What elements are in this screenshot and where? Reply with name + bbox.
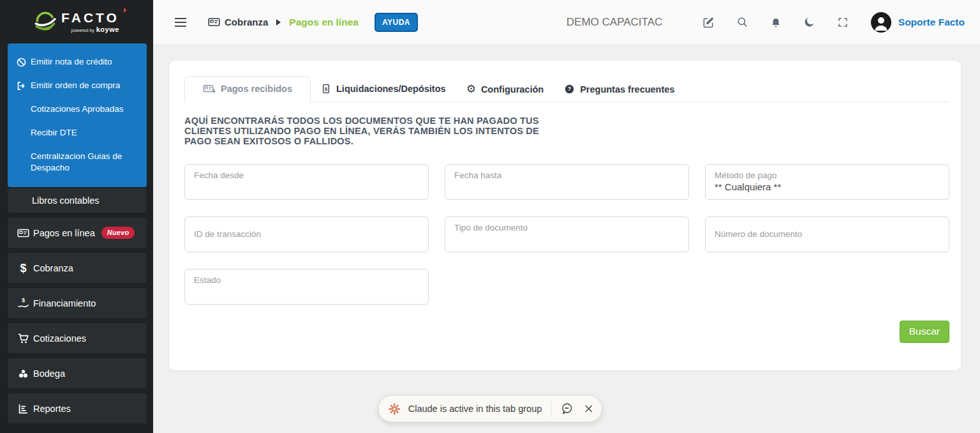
powered-by: powered bykoywe <box>71 26 119 33</box>
numero-documento-field[interactable]: Número de documento <box>705 216 949 252</box>
ban-icon <box>16 57 27 68</box>
top-header: Cobranza Pagos en línea AYUDA DEMO CAPAC… <box>153 0 980 45</box>
claude-toast: Claude is active in this tab group <box>378 395 602 422</box>
file-invoice-icon: $ <box>321 83 331 95</box>
user-name[interactable]: Soporte Facto <box>898 17 965 28</box>
sidebar: FACTO powered bykoywe Emitir nota de cré… <box>0 0 153 433</box>
sidebar-item-cotizaciones-aprobadas[interactable]: Cotizaciones Aprobadas <box>8 98 143 120</box>
sidebar-item-label: Cotizaciones Aprobadas <box>31 104 124 114</box>
chart-icon <box>17 402 29 414</box>
toast-message: Claude is active in this tab group <box>408 404 542 414</box>
metodo-pago-select[interactable]: Método de pago ** Cualquiera ** <box>705 164 949 200</box>
sidebar-item-recibir-dte[interactable]: Recibir DTE <box>8 122 143 144</box>
fecha-desde-field[interactable]: Fecha desde <box>184 164 429 200</box>
dollar-icon: $ <box>17 262 29 274</box>
sidebar-item-label: Pagos en línea <box>33 228 95 238</box>
nuevo-badge: Nuevo <box>101 227 135 239</box>
breadcrumb: Cobranza Pagos en línea AYUDA <box>208 13 418 32</box>
tab-preguntas-frecuentes[interactable]: ? Preguntas frecuentes <box>554 78 685 102</box>
sidebar-item-cotizaciones[interactable]: Cotizaciones <box>8 323 147 353</box>
sidebar-item-centralizacion-guias[interactable]: Centralizacion Guias de Despacho <box>8 146 143 179</box>
content-column: Cobranza Pagos en línea AYUDA DEMO CAPAC… <box>153 0 980 433</box>
money-check-arrow-icon <box>203 83 216 95</box>
sidebar-item-libros-contables[interactable]: Libros contables <box>8 188 147 213</box>
app-root: FACTO powered bykoywe Emitir nota de cré… <box>0 0 980 433</box>
tipo-documento-field[interactable]: Tipo de documento <box>445 216 689 252</box>
search-icon[interactable] <box>736 16 748 28</box>
claude-starburst-icon <box>388 402 401 416</box>
question-circle-icon: ? <box>564 84 575 95</box>
app-logo[interactable]: FACTO powered bykoywe <box>0 0 153 43</box>
tab-configuracion[interactable]: ⚙ Configuración <box>456 78 554 102</box>
chat-bubble-icon[interactable] <box>558 400 575 417</box>
buscar-button[interactable]: Buscar <box>900 321 949 343</box>
tab-pagos-recibidos[interactable]: Pagos recibidos <box>184 76 311 102</box>
toast-divider <box>551 401 551 416</box>
sidebar-item-label: Emitir nota de crédito <box>31 57 112 66</box>
sidebar-item-label: Centralizacion Guias de Despacho <box>31 151 122 172</box>
form-actions: Buscar <box>184 321 949 343</box>
avatar[interactable] <box>870 11 892 33</box>
sidebar-item-financiamiento[interactable]: $ Financiamiento <box>8 288 147 318</box>
svg-text:$: $ <box>22 297 25 303</box>
fecha-hasta-field[interactable]: Fecha hasta <box>445 164 689 200</box>
facto-globe-icon <box>34 10 57 33</box>
hand-dollar-icon: $ <box>17 297 29 309</box>
sidebar-item-label: Cotizaciones <box>33 333 86 344</box>
metodo-pago-value: ** Cualquiera ** <box>715 181 940 192</box>
logo-arrow-icon <box>119 7 127 15</box>
tab-liquidaciones-depositos[interactable]: $ Liquidaciones/Depósitos <box>311 77 456 102</box>
sidebar-item-label: Emitir orden de compra <box>31 80 120 90</box>
sidebar-item-reportes[interactable]: Reportes <box>8 393 147 423</box>
cart-icon <box>17 332 29 344</box>
close-icon[interactable] <box>582 402 595 415</box>
svg-text:?: ? <box>568 86 571 92</box>
sidebar-item-pagos-en-linea[interactable]: Pagos en línea Nuevo <box>8 218 147 248</box>
brand-name: FACTO <box>61 11 119 24</box>
sign-out-icon <box>16 80 27 91</box>
sidebar-item-bodega[interactable]: Bodega <box>8 358 147 388</box>
sidebar-submenu: Emitir nota de crédito Emitir orden de c… <box>8 43 147 187</box>
moon-icon[interactable] <box>803 16 815 28</box>
sidebar-item-emitir-orden-compra[interactable]: Emitir orden de compra <box>8 75 143 96</box>
ayuda-button[interactable]: AYUDA <box>375 13 418 32</box>
estado-field[interactable]: Estado <box>184 269 429 305</box>
sidebar-item-label: Bodega <box>33 368 65 379</box>
main-content: Pagos recibidos $ Liquidaciones/Depósito… <box>153 45 980 433</box>
sidebar-item-label: Cobranza <box>33 263 73 273</box>
fullscreen-icon[interactable] <box>837 17 849 28</box>
breadcrumb-arrow-icon <box>276 19 281 26</box>
sidebar-item-label: Recibir DTE <box>31 128 77 137</box>
breadcrumb-page: Pagos en línea <box>289 17 359 28</box>
money-check-icon <box>208 16 220 28</box>
header-icons <box>702 16 849 29</box>
compose-icon[interactable] <box>702 16 715 29</box>
svg-text:$: $ <box>325 86 327 92</box>
header-right: DEMO CAPACITACIÓN <box>567 11 965 33</box>
gear-icon: ⚙ <box>466 84 476 95</box>
sidebar-item-label: Libros contables <box>32 195 100 206</box>
tab-bar: Pagos recibidos $ Liquidaciones/Depósito… <box>184 76 949 102</box>
payments-card: Pagos recibidos $ Liquidaciones/Depósito… <box>169 61 961 370</box>
menu-toggle-icon[interactable] <box>174 16 188 29</box>
company-name: DEMO CAPACITACIÓN <box>567 16 662 29</box>
panel-description: AQUÍ ENCONTRARÁS TODOS LOS DOCUMENTOS QU… <box>184 116 561 147</box>
money-check-icon <box>17 227 29 239</box>
sidebar-item-emitir-nota-credito[interactable]: Emitir nota de crédito <box>8 51 143 73</box>
filter-form: Fecha desde Fecha hasta Método de pago *… <box>184 164 949 305</box>
sidebar-item-cobranza[interactable]: $ Cobranza <box>8 253 147 283</box>
id-transaccion-field[interactable]: ID de transacción <box>184 216 429 252</box>
bell-icon[interactable] <box>770 16 782 28</box>
sidebar-item-label: Financiamiento <box>33 298 96 308</box>
breadcrumb-section[interactable]: Cobranza <box>208 16 268 28</box>
sidebar-item-label: Reportes <box>33 404 71 414</box>
cubes-icon <box>17 367 29 379</box>
